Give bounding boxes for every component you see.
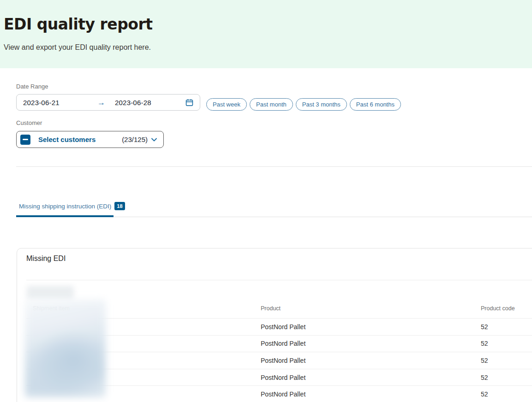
past-week-button[interactable]: Past week [206,98,247,111]
customer-select-dropdown[interactable]: Select customers (23/125) [16,131,164,148]
arrow-right-icon: → [97,99,105,106]
column-header-product[interactable]: Product [261,305,481,318]
cell-product-code: 52 [481,390,532,398]
active-tab-indicator [16,215,114,217]
past-6-months-button[interactable]: Past 6 months [350,98,401,111]
indeterminate-checkbox[interactable] [20,135,30,145]
calendar-icon [185,99,193,106]
customer-selected-count: (23/125) [122,136,148,143]
column-header-product-code[interactable]: Product code [481,305,532,318]
end-date-value[interactable]: 2023-06-28 [115,99,151,106]
page-subtitle: View and export your EDI quality report … [4,43,151,52]
cell-product: PostNord Pallet [261,374,481,381]
cell-product-code: 52 [481,340,532,347]
start-date-value[interactable]: 2023-06-21 [23,99,97,106]
redacted-blur-region [27,286,74,300]
cell-product: PostNord Pallet [261,323,481,331]
cell-product-code: 52 [481,357,532,364]
customer-select-label: Select customers [38,136,96,143]
cell-product-code: 52 [481,374,532,381]
chevron-down-icon [151,137,157,142]
past-month-button[interactable]: Past month [250,98,293,111]
cell-product-code: 52 [481,323,532,331]
cell-product: PostNord Pallet [261,390,481,398]
panel-title: Missing EDI [26,254,66,263]
tab-count-badge: 18 [114,202,125,210]
minus-icon [23,139,28,140]
edi-quality-report-page: EDI quality report View and export your … [0,0,532,402]
redacted-blur-region [25,300,106,397]
section-divider [16,166,532,167]
cell-product: PostNord Pallet [261,357,481,364]
quick-range-buttons: Past week Past month Past 3 months Past … [206,98,401,111]
page-header: EDI quality report View and export your … [0,0,532,68]
date-range-label: Date Range [16,83,48,90]
tab-label: Missing shipping instruction (EDI) [19,203,111,210]
customer-label: Customer [16,119,42,126]
date-range-picker[interactable]: 2023-06-21 → 2023-06-28 [16,94,200,111]
tab-missing-shipping-instruction[interactable]: Missing shipping instruction (EDI) 18 [19,202,125,210]
past-3-months-button[interactable]: Past 3 months [296,98,347,111]
cell-product: PostNord Pallet [261,340,481,347]
page-title: EDI quality report [4,15,152,33]
